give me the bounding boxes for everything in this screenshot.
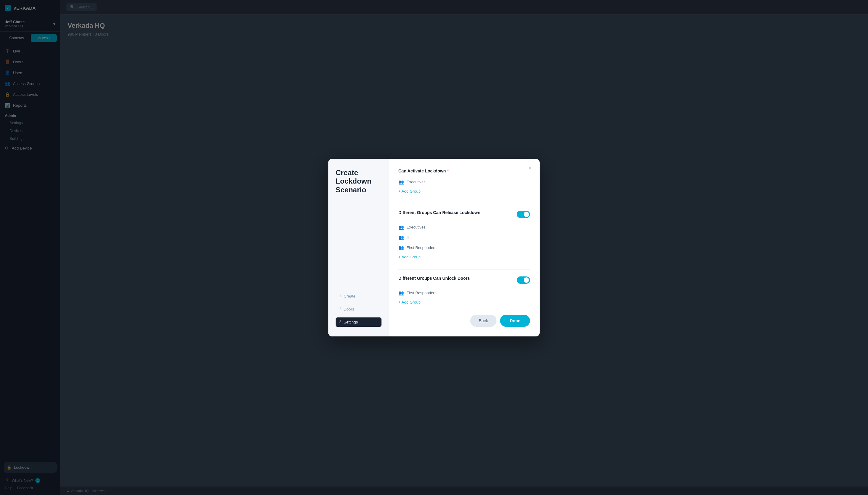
modal-right-panel: × Can Activate Lockdown * 👥 Executives +… bbox=[389, 159, 540, 337]
modal-left-panel: Create Lockdown Scenario 1 Create 2 Door… bbox=[328, 159, 389, 337]
can-activate-title: Can Activate Lockdown * bbox=[398, 169, 530, 173]
can-release-title: Different Groups Can Release Lockdown bbox=[398, 210, 480, 215]
step-3-settings[interactable]: 3 Settings bbox=[335, 318, 381, 327]
can-release-add-group-button[interactable]: + Add Group bbox=[398, 253, 421, 261]
can-release-toggle[interactable] bbox=[517, 211, 530, 218]
can-activate-section: Can Activate Lockdown * 👥 Executives + A… bbox=[398, 169, 530, 195]
required-indicator: * bbox=[447, 169, 448, 173]
step-3-num: 3 bbox=[339, 320, 341, 324]
can-unlock-toggle[interactable] bbox=[517, 276, 530, 284]
group-label: IT bbox=[407, 235, 410, 240]
group-icon: 👥 bbox=[398, 180, 404, 185]
can-release-section: Different Groups Can Release Lockdown 👥 … bbox=[398, 210, 530, 261]
divider-1 bbox=[398, 204, 530, 204]
modal-title: Create Lockdown Scenario bbox=[335, 169, 381, 194]
step-2-label: Doors bbox=[344, 307, 354, 311]
group-label: First Responders bbox=[407, 245, 437, 250]
can-activate-group-executives: 👥 Executives bbox=[398, 177, 530, 187]
can-unlock-header: Different Groups Can Unlock Doors bbox=[398, 276, 530, 284]
modal-footer: Back Done bbox=[398, 315, 530, 327]
group-icon: 👥 bbox=[398, 245, 404, 251]
group-icon: 👥 bbox=[398, 290, 404, 296]
group-icon: 👥 bbox=[398, 235, 404, 240]
step-1-label: Create bbox=[344, 294, 356, 298]
group-label: Executives bbox=[407, 180, 426, 184]
can-unlock-add-group-button[interactable]: + Add Group bbox=[398, 298, 421, 306]
group-label: First Responders bbox=[407, 291, 437, 295]
close-button[interactable]: × bbox=[525, 164, 535, 173]
create-lockdown-modal: Create Lockdown Scenario 1 Create 2 Door… bbox=[328, 159, 540, 337]
step-2-num: 2 bbox=[339, 307, 341, 311]
done-button[interactable]: Done bbox=[500, 315, 530, 327]
can-unlock-group-first-responders: 👥 First Responders bbox=[398, 288, 530, 298]
group-label: Executives bbox=[407, 225, 426, 229]
step-3-label: Settings bbox=[344, 320, 358, 324]
can-release-group-it: 👥 IT bbox=[398, 233, 530, 243]
step-2-doors[interactable]: 2 Doors bbox=[335, 305, 381, 314]
group-icon: 👥 bbox=[398, 225, 404, 230]
modal-overlay: Create Lockdown Scenario 1 Create 2 Door… bbox=[0, 0, 868, 495]
step-1-create[interactable]: 1 Create bbox=[335, 291, 381, 301]
step-1-num: 1 bbox=[339, 294, 341, 298]
divider-2 bbox=[398, 270, 530, 270]
step-list: 1 Create 2 Doors 3 Settings bbox=[335, 291, 381, 327]
can-activate-add-group-button[interactable]: + Add Group bbox=[398, 187, 421, 195]
back-button[interactable]: Back bbox=[470, 315, 496, 327]
can-unlock-section: Different Groups Can Unlock Doors 👥 Firs… bbox=[398, 276, 530, 306]
can-unlock-title: Different Groups Can Unlock Doors bbox=[398, 276, 470, 281]
can-release-group-first-responders: 👥 First Responders bbox=[398, 243, 530, 253]
can-release-header: Different Groups Can Release Lockdown bbox=[398, 210, 530, 219]
can-release-group-executives: 👥 Executives bbox=[398, 222, 530, 233]
